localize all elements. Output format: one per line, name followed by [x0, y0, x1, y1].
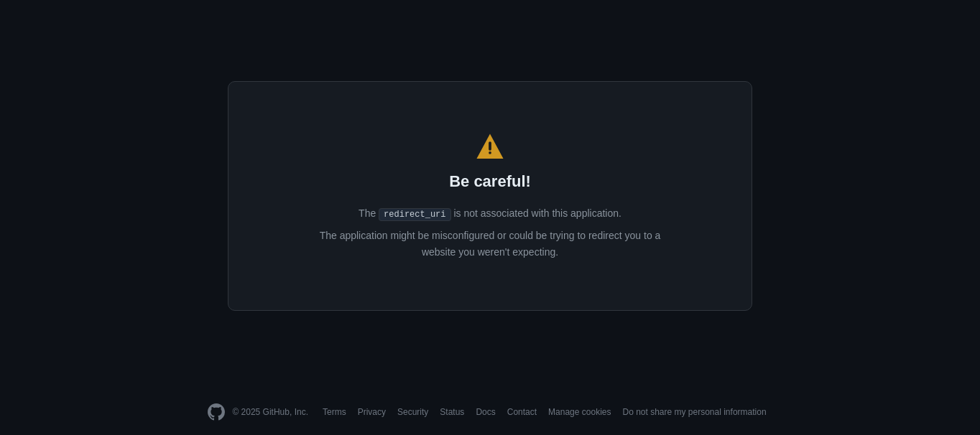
card-body: The redirect_uri is not associated with … [318, 205, 662, 260]
main-content: Be careful! The redirect_uri is not asso… [0, 0, 980, 392]
docs-link[interactable]: Docs [476, 407, 495, 417]
svg-point-0 [489, 151, 491, 154]
security-link[interactable]: Security [397, 407, 428, 417]
line1-suffix: is not associated with this application. [451, 207, 621, 219]
footer: © 2025 GitHub, Inc. Terms Privacy Securi… [0, 392, 980, 435]
terms-link[interactable]: Terms [323, 407, 346, 417]
privacy-link[interactable]: Privacy [358, 407, 386, 417]
warning-icon [476, 132, 504, 161]
do-not-share-link[interactable]: Do not share my personal information [622, 407, 766, 417]
footer-copyright: © 2025 GitHub, Inc. [232, 407, 308, 417]
manage-cookies-link[interactable]: Manage cookies [548, 407, 611, 417]
card-line1: The redirect_uri is not associated with … [318, 205, 662, 222]
github-logo-icon [208, 403, 225, 421]
line1-prefix: The [359, 207, 379, 219]
card-title: Be careful! [449, 172, 531, 191]
warning-card: Be careful! The redirect_uri is not asso… [228, 81, 752, 311]
card-line2: The application might be misconfigured o… [318, 228, 662, 260]
status-link[interactable]: Status [440, 407, 464, 417]
contact-link[interactable]: Contact [507, 407, 537, 417]
redirect-uri-code: redirect_uri [379, 208, 450, 221]
footer-inner: © 2025 GitHub, Inc. Terms Privacy Securi… [208, 403, 772, 421]
